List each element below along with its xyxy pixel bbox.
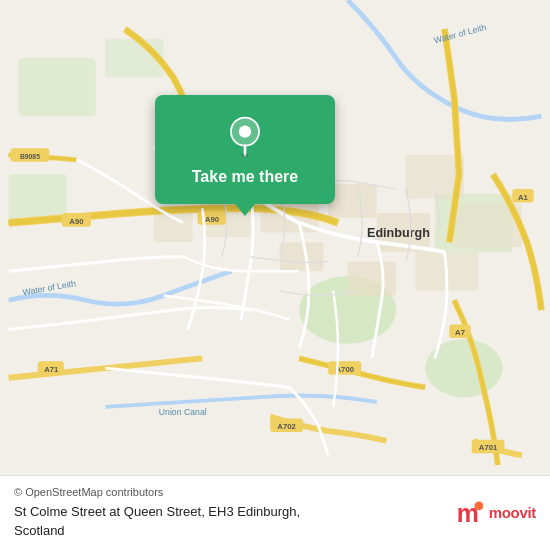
svg-text:Union Canal: Union Canal bbox=[159, 407, 207, 417]
svg-text:A71: A71 bbox=[44, 365, 59, 374]
svg-rect-8 bbox=[328, 184, 376, 218]
app: A90 A90 B9085 A1 A7 A700 bbox=[0, 0, 550, 550]
moovit-logo: m moovit bbox=[454, 497, 536, 529]
svg-text:A90: A90 bbox=[69, 217, 83, 226]
svg-point-40 bbox=[239, 126, 251, 138]
svg-text:B9085: B9085 bbox=[20, 153, 40, 160]
svg-rect-11 bbox=[348, 262, 396, 296]
osm-credit: © OpenStreetMap contributors bbox=[14, 486, 454, 498]
svg-text:Edinburgh: Edinburgh bbox=[367, 226, 430, 240]
address-block: © OpenStreetMap contributors St Colme St… bbox=[14, 486, 454, 540]
svg-rect-9 bbox=[280, 242, 324, 271]
address-line2: Scotland bbox=[14, 523, 65, 538]
map-svg: A90 A90 B9085 A1 A7 A700 bbox=[0, 0, 550, 475]
take-me-there-label: Take me there bbox=[192, 167, 298, 188]
address-text: St Colme Street at Queen Street, EH3 Edi… bbox=[14, 504, 300, 538]
svg-text:A90: A90 bbox=[205, 215, 219, 224]
svg-point-44 bbox=[474, 501, 483, 510]
svg-rect-2 bbox=[18, 58, 95, 116]
pin-icon bbox=[224, 115, 266, 157]
svg-text:A701: A701 bbox=[479, 443, 498, 452]
map-container: A90 A90 B9085 A1 A7 A700 bbox=[0, 0, 550, 475]
moovit-text: moovit bbox=[489, 504, 536, 521]
svg-point-41 bbox=[242, 154, 249, 158]
moovit-m-icon: m bbox=[454, 497, 486, 529]
svg-text:A702: A702 bbox=[277, 422, 296, 431]
bottom-bar: © OpenStreetMap contributors St Colme St… bbox=[0, 475, 550, 550]
address-line1: St Colme Street at Queen Street, EH3 Edi… bbox=[14, 504, 300, 519]
svg-text:A7: A7 bbox=[455, 328, 465, 337]
svg-text:A1: A1 bbox=[518, 193, 529, 202]
location-card[interactable]: Take me there bbox=[155, 95, 335, 204]
